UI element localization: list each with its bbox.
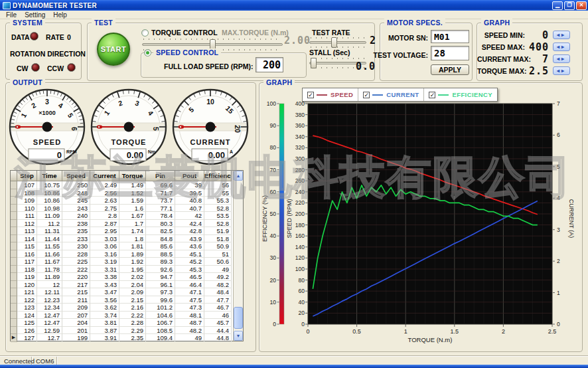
menu-item-help[interactable]: Help [49, 11, 71, 19]
full-load-speed-label: FULL LOAD SPEED (RPM): [164, 62, 254, 70]
rate-label: RATE [46, 33, 64, 41]
table-row[interactable]: 11111.092402.81.6778.44253.5 [11, 212, 243, 220]
row-selector[interactable] [11, 242, 17, 250]
table-row[interactable]: 12612.592013.872.29108.548.244.4 [11, 327, 243, 335]
table-row[interactable]: 10910.862452.631.5973.740.855.3 [11, 197, 243, 205]
table-cell: 222 [62, 266, 90, 274]
table-row[interactable]: 12312.342093.622.16101.247.346.7 [11, 304, 243, 312]
legend-checkbox[interactable]: ✓ [429, 92, 435, 98]
row-selector[interactable] [11, 288, 17, 296]
legend-checkbox[interactable]: ✓ [363, 92, 370, 98]
table-row[interactable]: 12212.232113.562.1599.647.547.7 [11, 296, 243, 304]
row-selector[interactable] [11, 273, 17, 281]
legend-label: CURRENT [386, 91, 419, 98]
row-selector[interactable] [11, 319, 17, 327]
table-row[interactable]: 12512.472043.812.28106.748.745.7 [11, 319, 243, 327]
table-row[interactable]: 12412.472073.742.22104.648.146 [11, 312, 243, 320]
table-row[interactable]: 11411.442333.031.884.843.951.8 [11, 235, 243, 243]
svg-text:5: 5 [557, 163, 560, 170]
full-load-speed-value[interactable]: 200 [256, 57, 283, 72]
table-column-header[interactable]: Time [37, 171, 62, 181]
table-row[interactable]: 11711.672253.191.9289.345.250.6 [11, 258, 243, 266]
table-column-header[interactable]: Torque [119, 171, 146, 181]
table-cell: 52.8 [204, 205, 232, 213]
table-column-header[interactable]: Pout [175, 171, 204, 181]
table-column-header[interactable]: Current [90, 171, 119, 181]
table-cell: 115 [17, 242, 37, 250]
table-row[interactable]: 120122173.432.0496.146.448.2 [11, 281, 243, 289]
gauge-name: SPEED [33, 138, 61, 146]
table-row[interactable]: 11511.552303.061.8185.643.650.9 [11, 242, 243, 250]
table-row[interactable]: 11911.892203.382.0294.746.549.2 [11, 273, 243, 281]
current-axis-title: CURRENT (A) [568, 199, 575, 238]
table-column-header[interactable]: Speed [62, 171, 90, 181]
row-selector[interactable] [11, 304, 17, 312]
test-rate-slider[interactable] [309, 37, 366, 48]
row-selector[interactable]: ▶ [11, 334, 17, 342]
graph-setting-spinner[interactable]: ◂▸ [553, 54, 570, 63]
table-row[interactable]: 11611.662283.161.8988.545.151 [11, 250, 243, 258]
table-cell: 94.7 [146, 273, 175, 281]
row-selector[interactable] [11, 235, 17, 243]
apply-button[interactable]: APPLY [431, 64, 469, 75]
table-cell: 11.67 [37, 258, 62, 266]
graph-setting-spinner[interactable]: ◂▸ [553, 66, 570, 75]
motor-sn-input[interactable]: M01 [431, 30, 469, 43]
table-row[interactable]: 11211.22382.871.780.342.452.8 [11, 220, 243, 228]
table-column-header[interactable]: Efficiency [204, 171, 232, 181]
row-selector[interactable] [11, 327, 17, 335]
table-scrollbar[interactable]: ▲▼ [233, 171, 243, 341]
svg-text:30: 30 [270, 254, 277, 261]
row-selector[interactable] [11, 181, 17, 189]
table-row[interactable]: 11010.982432.751.677.140.752.8 [11, 205, 243, 213]
table-cell: 71.7 [146, 189, 175, 197]
scroll-down-button[interactable]: ▼ [234, 331, 243, 341]
row-selector[interactable] [11, 212, 17, 220]
results-table[interactable]: StepTimeSpeedCurrentTorquePinPoutEfficie… [10, 170, 244, 341]
table-row[interactable]: 10810.862482.561.5271.739.555 [11, 189, 243, 197]
menu-item-setting[interactable]: Setting [21, 11, 49, 19]
legend-checkbox[interactable]: ✓ [307, 92, 314, 98]
start-button[interactable]: START [97, 33, 130, 66]
minimize-button[interactable]: ▁ [552, 1, 563, 10]
table-row[interactable]: 12112.112153.472.0997.347.148.4 [11, 288, 243, 296]
scroll-up-button[interactable]: ▲ [234, 171, 243, 181]
table-cell: 2.75 [90, 205, 119, 213]
menu-item-file[interactable]: File [2, 11, 21, 19]
scroll-thumb[interactable] [234, 307, 243, 329]
svg-text:0: 0 [306, 328, 309, 335]
row-selector[interactable] [11, 281, 17, 289]
table-row[interactable]: 11311.312352.951.7482.542.851.9 [11, 227, 243, 235]
table-cell: 3.47 [90, 288, 119, 296]
table-row[interactable]: 11811.782223.311.9592.645.349 [11, 266, 243, 274]
close-button[interactable]: ✕ [576, 1, 587, 10]
row-selector[interactable] [11, 197, 17, 205]
svg-text:60: 60 [270, 189, 277, 195]
restore-button[interactable]: ❐ [564, 1, 575, 10]
row-selector[interactable] [11, 250, 17, 258]
row-selector[interactable] [11, 296, 17, 304]
table-column-header[interactable]: Pin [146, 171, 175, 181]
row-selector[interactable] [11, 266, 17, 274]
table-cell: 1.6 [119, 205, 146, 213]
stall-value: 0.0 [356, 60, 376, 72]
table-row[interactable]: ▶12712.71993.912.35109.44944.8 [11, 334, 243, 342]
row-selector[interactable] [11, 189, 17, 197]
chart-legend: ✓SPEED✓CURRENT✓EFFICIENCY [302, 88, 498, 102]
table-row[interactable]: 10710.752502.491.4969.63956 [11, 181, 243, 189]
graph-setting-spinner[interactable]: ◂▸ [553, 31, 570, 39]
row-selector[interactable] [11, 205, 17, 213]
svg-text:0: 0 [557, 321, 560, 327]
speed-control-radio[interactable] [144, 49, 151, 56]
taskbar-strip[interactable] [0, 365, 588, 368]
test-voltage-input[interactable]: 28 [431, 46, 469, 60]
graph-setting-spinner[interactable]: ◂▸ [553, 43, 570, 51]
row-selector[interactable] [11, 220, 17, 228]
table-cell: 48.1 [175, 312, 204, 320]
row-selector[interactable] [11, 227, 17, 235]
table-cell: 53.5 [204, 212, 232, 220]
row-selector[interactable] [11, 312, 17, 320]
table-column-header[interactable]: Step [17, 171, 37, 181]
torque-control-radio[interactable] [141, 29, 149, 37]
row-selector[interactable] [11, 258, 17, 266]
